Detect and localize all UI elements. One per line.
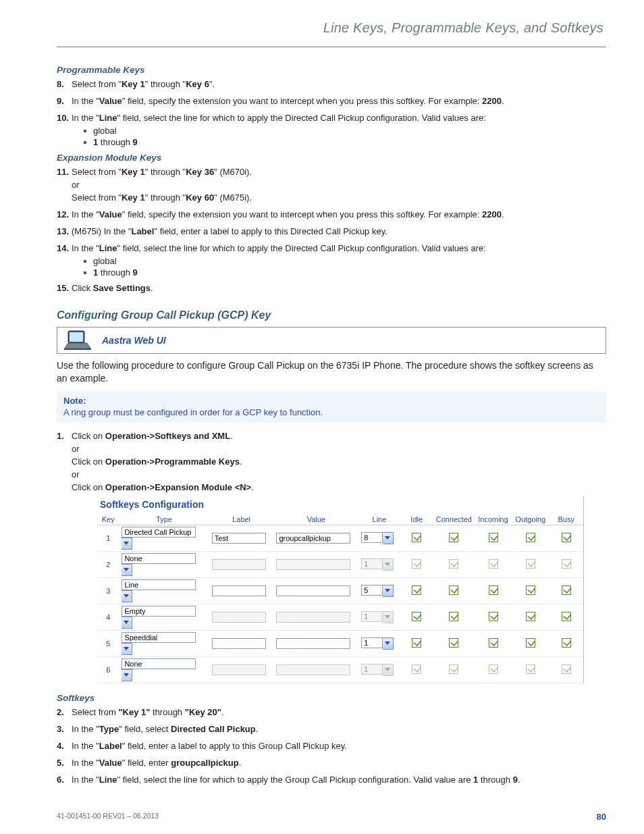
chevron-down-icon[interactable]: [122, 669, 132, 681]
idle-checkbox[interactable]: [412, 612, 421, 621]
label-input[interactable]: [212, 638, 266, 649]
cell-label: [209, 656, 274, 683]
webui-label: Aastra Web UI: [102, 335, 166, 346]
step-number: 12.: [57, 209, 72, 219]
connected-checkbox[interactable]: [449, 612, 458, 621]
chevron-down-icon[interactable]: [383, 532, 394, 544]
step-4: 4. In the "Label" field, enter a label t…: [57, 741, 606, 751]
text: " field, select the line for which to ap…: [117, 243, 486, 253]
text: through: [150, 707, 184, 717]
outgoing-checkbox[interactable]: [526, 585, 535, 595]
connected-checkbox[interactable]: [449, 638, 458, 648]
step-2: 2. Select from "Key 1" through "Key 20".: [57, 707, 606, 717]
text: ".: [209, 79, 215, 89]
text: .: [240, 457, 242, 467]
step-number: 5.: [57, 758, 72, 768]
idle-checkbox[interactable]: [412, 585, 421, 595]
col-label: Label: [209, 514, 274, 525]
line-field: Line: [99, 243, 117, 253]
connected-checkbox: [449, 559, 458, 569]
cell-connected: [433, 656, 475, 683]
step-1-or2: or: [57, 469, 606, 479]
col-type: Type: [119, 514, 209, 525]
step-1: 1. Click on Operation->Softkeys and XML.: [57, 431, 606, 441]
chevron-down-icon[interactable]: [122, 590, 132, 602]
busy-checkbox[interactable]: [562, 638, 571, 648]
type-select[interactable]: [122, 632, 206, 655]
step-14: 14. In the "Line" field, select the line…: [57, 243, 606, 253]
busy-checkbox[interactable]: [562, 612, 571, 621]
line-select[interactable]: [361, 585, 394, 597]
chevron-down-icon[interactable]: [383, 585, 394, 597]
line-field: Line: [99, 775, 117, 785]
label-input[interactable]: [212, 533, 266, 544]
cell-idle: [400, 525, 433, 551]
connected-checkbox[interactable]: [449, 585, 458, 595]
cell-incoming: [475, 577, 512, 604]
text: " field, enter a label to apply to this …: [122, 741, 347, 751]
step-number: 8.: [57, 79, 72, 89]
type-select[interactable]: [122, 527, 206, 550]
type-select[interactable]: [122, 606, 206, 629]
value-input[interactable]: [276, 638, 350, 649]
text: " through ": [145, 79, 186, 89]
save-settings: Save Settings: [93, 283, 151, 293]
busy-checkbox[interactable]: [562, 585, 571, 595]
cell-line: [358, 630, 400, 656]
outgoing-checkbox[interactable]: [526, 612, 535, 621]
incoming-checkbox[interactable]: [489, 612, 498, 621]
line-select[interactable]: [361, 637, 394, 650]
outgoing-checkbox[interactable]: [526, 533, 535, 542]
step-6: 6. In the "Line" field, select the line …: [57, 775, 606, 785]
chevron-down-icon[interactable]: [383, 637, 394, 650]
list-item: global: [84, 126, 606, 136]
incoming-checkbox[interactable]: [489, 585, 498, 595]
cell-outgoing: [512, 604, 549, 630]
value-input[interactable]: [276, 585, 350, 596]
text: In the ": [72, 96, 99, 106]
text: .: [256, 724, 259, 734]
text: In the ": [72, 724, 99, 734]
value-input[interactable]: [276, 533, 350, 544]
table-row: 5: [97, 630, 583, 656]
example-ext: 2200: [482, 96, 502, 106]
type-select[interactable]: [122, 579, 206, 602]
chevron-down-icon[interactable]: [122, 643, 132, 655]
incoming-checkbox[interactable]: [489, 638, 498, 648]
cell-connected: [433, 577, 475, 604]
op-softkeys-xml: Operation->Softkeys and XML: [105, 431, 230, 441]
text: " field, select: [119, 724, 171, 734]
connected-checkbox[interactable]: [449, 533, 458, 542]
outgoing-checkbox[interactable]: [526, 638, 535, 648]
incoming-checkbox[interactable]: [489, 533, 498, 542]
line-select[interactable]: [361, 532, 394, 544]
text: " field, specify the extension you want …: [122, 209, 482, 219]
chevron-down-icon[interactable]: [122, 617, 132, 629]
type-select[interactable]: [122, 658, 206, 681]
idle-checkbox: [412, 664, 421, 674]
cell-idle: [400, 551, 433, 577]
text: In the ": [72, 758, 99, 768]
label-input[interactable]: [212, 585, 266, 596]
busy-checkbox[interactable]: [562, 533, 571, 542]
col-outgoing: Outgoing: [512, 514, 549, 525]
cell-line: [358, 551, 400, 577]
chevron-down-icon[interactable]: [122, 538, 132, 550]
key-20: "Key 20": [185, 707, 221, 717]
value-9: 9: [513, 775, 518, 785]
label-field: Label: [99, 741, 122, 751]
step-13: 13. (M675i) In the "Label" field, enter …: [57, 226, 606, 236]
step-number: 14.: [57, 243, 72, 253]
type-select[interactable]: [122, 553, 206, 576]
idle-checkbox[interactable]: [412, 638, 421, 648]
step-number: 1.: [57, 431, 72, 441]
cell-line: [358, 577, 400, 604]
idle-checkbox[interactable]: [412, 533, 421, 542]
key-1: "Key 1": [118, 707, 150, 717]
cell-value: [273, 630, 358, 656]
chevron-down-icon[interactable]: [122, 564, 132, 576]
step-number: 10.: [57, 113, 72, 123]
chevron-down-icon: [383, 664, 394, 676]
cell-value: [273, 604, 358, 630]
cell-idle: [400, 604, 433, 630]
